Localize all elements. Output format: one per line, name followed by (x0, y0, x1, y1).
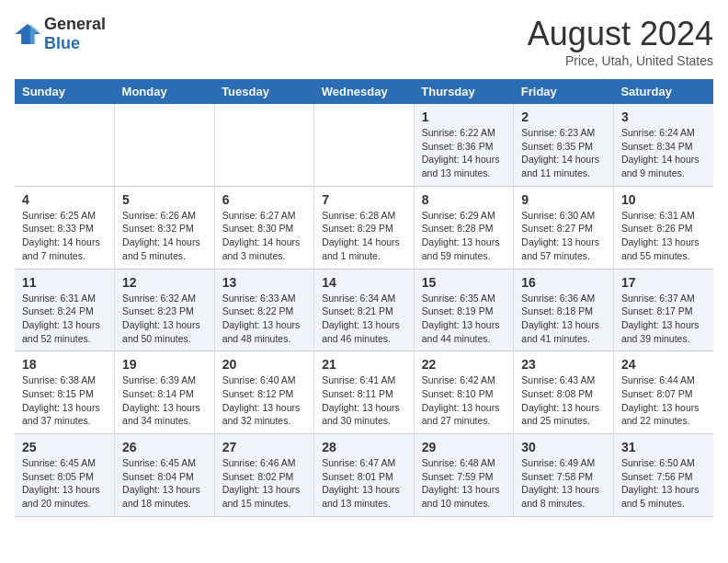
day-info: Sunrise: 6:25 AM Sunset: 8:33 PM Dayligh… (22, 209, 107, 263)
day-number: 24 (621, 357, 706, 372)
day-number: 1 (422, 109, 506, 124)
day-info: Sunrise: 6:33 AM Sunset: 8:22 PM Dayligh… (222, 292, 307, 346)
day-info: Sunrise: 6:46 AM Sunset: 8:02 PM Dayligh… (222, 456, 307, 511)
day-number: 14 (322, 275, 406, 290)
day-info: Sunrise: 6:44 AM Sunset: 8:07 PM Dayligh… (621, 373, 706, 428)
day-info: Sunrise: 6:31 AM Sunset: 8:26 PM Dayligh… (621, 209, 706, 263)
day-header-friday: Friday (514, 79, 614, 104)
day-number: 13 (222, 275, 307, 290)
day-info: Sunrise: 6:41 AM Sunset: 8:11 PM Dayligh… (322, 373, 406, 428)
day-number: 15 (422, 275, 506, 290)
calendar-cell: 1Sunrise: 6:22 AM Sunset: 8:36 PM Daylig… (414, 104, 514, 186)
day-info: Sunrise: 6:31 AM Sunset: 8:24 PM Dayligh… (22, 292, 107, 346)
day-header-saturday: Saturday (613, 79, 713, 104)
day-number: 11 (22, 275, 107, 290)
day-number: 28 (322, 440, 406, 454)
day-number: 30 (521, 440, 606, 454)
calendar-cell: 13Sunrise: 6:33 AM Sunset: 8:22 PM Dayli… (214, 269, 314, 351)
calendar-cell: 23Sunrise: 6:43 AM Sunset: 8:08 PM Dayli… (514, 351, 614, 434)
logo-general: General (44, 15, 106, 33)
day-number: 27 (222, 440, 307, 454)
calendar-cell: 9Sunrise: 6:30 AM Sunset: 8:27 PM Daylig… (514, 186, 614, 269)
day-info: Sunrise: 6:42 AM Sunset: 8:10 PM Dayligh… (422, 373, 506, 428)
day-number: 25 (22, 440, 107, 454)
calendar-cell: 11Sunrise: 6:31 AM Sunset: 8:24 PM Dayli… (15, 269, 115, 351)
day-number: 7 (322, 192, 406, 207)
calendar-cell: 20Sunrise: 6:40 AM Sunset: 8:12 PM Dayli… (214, 351, 314, 434)
day-header-monday: Monday (115, 79, 215, 104)
day-number: 2 (521, 109, 606, 124)
day-info: Sunrise: 6:40 AM Sunset: 8:12 PM Dayligh… (222, 373, 307, 428)
calendar-cell: 7Sunrise: 6:28 AM Sunset: 8:29 PM Daylig… (314, 186, 415, 269)
location: Price, Utah, United States (528, 53, 713, 68)
day-info: Sunrise: 6:28 AM Sunset: 8:29 PM Dayligh… (322, 209, 406, 263)
calendar-cell (314, 104, 415, 186)
day-header-sunday: Sunday (15, 79, 115, 104)
day-info: Sunrise: 6:29 AM Sunset: 8:28 PM Dayligh… (422, 209, 506, 263)
calendar-header-row: SundayMondayTuesdayWednesdayThursdayFrid… (15, 79, 713, 104)
calendar-cell: 30Sunrise: 6:49 AM Sunset: 7:58 PM Dayli… (514, 434, 614, 517)
calendar-cell: 15Sunrise: 6:35 AM Sunset: 8:19 PM Dayli… (414, 269, 514, 351)
calendar-cell: 19Sunrise: 6:39 AM Sunset: 8:14 PM Dayli… (115, 351, 215, 434)
calendar-cell: 12Sunrise: 6:32 AM Sunset: 8:23 PM Dayli… (115, 269, 215, 351)
day-info: Sunrise: 6:47 AM Sunset: 8:01 PM Dayligh… (322, 456, 406, 511)
calendar-table: SundayMondayTuesdayWednesdayThursdayFrid… (15, 79, 713, 517)
calendar-cell: 21Sunrise: 6:41 AM Sunset: 8:11 PM Dayli… (314, 351, 415, 434)
day-info: Sunrise: 6:49 AM Sunset: 7:58 PM Dayligh… (521, 456, 606, 511)
calendar-cell: 28Sunrise: 6:47 AM Sunset: 8:01 PM Dayli… (314, 434, 415, 517)
day-number: 31 (621, 440, 706, 454)
day-info: Sunrise: 6:43 AM Sunset: 8:08 PM Dayligh… (521, 373, 606, 428)
calendar-week-row: 25Sunrise: 6:45 AM Sunset: 8:05 PM Dayli… (15, 434, 713, 517)
day-header-thursday: Thursday (414, 79, 514, 104)
day-number: 18 (22, 357, 107, 372)
svg-marker-0 (15, 24, 40, 44)
calendar-cell: 24Sunrise: 6:44 AM Sunset: 8:07 PM Dayli… (613, 351, 713, 434)
calendar-cell: 18Sunrise: 6:38 AM Sunset: 8:15 PM Dayli… (15, 351, 115, 434)
calendar-cell: 16Sunrise: 6:36 AM Sunset: 8:18 PM Dayli… (514, 269, 614, 351)
day-number: 23 (521, 357, 606, 372)
day-number: 12 (122, 275, 207, 290)
calendar-week-row: 11Sunrise: 6:31 AM Sunset: 8:24 PM Dayli… (15, 269, 713, 351)
page-header: General Blue August 2024 Price, Utah, Un… (15, 15, 713, 68)
calendar-cell: 31Sunrise: 6:50 AM Sunset: 7:56 PM Dayli… (613, 434, 713, 517)
day-header-wednesday: Wednesday (314, 79, 415, 104)
day-info: Sunrise: 6:34 AM Sunset: 8:21 PM Dayligh… (322, 292, 406, 346)
calendar-cell: 25Sunrise: 6:45 AM Sunset: 8:05 PM Dayli… (15, 434, 115, 517)
calendar-cell: 29Sunrise: 6:48 AM Sunset: 7:59 PM Dayli… (414, 434, 514, 517)
day-number: 17 (621, 275, 706, 290)
day-info: Sunrise: 6:38 AM Sunset: 8:15 PM Dayligh… (22, 373, 107, 428)
day-info: Sunrise: 6:32 AM Sunset: 8:23 PM Dayligh… (122, 292, 207, 346)
day-number: 9 (521, 192, 606, 207)
day-number: 22 (422, 357, 506, 372)
day-info: Sunrise: 6:35 AM Sunset: 8:19 PM Dayligh… (422, 292, 506, 346)
day-info: Sunrise: 6:23 AM Sunset: 8:35 PM Dayligh… (521, 126, 606, 180)
calendar-cell: 5Sunrise: 6:26 AM Sunset: 8:32 PM Daylig… (115, 186, 215, 269)
day-number: 10 (621, 192, 706, 207)
calendar-cell: 8Sunrise: 6:29 AM Sunset: 8:28 PM Daylig… (414, 186, 514, 269)
day-info: Sunrise: 6:26 AM Sunset: 8:32 PM Dayligh… (122, 209, 207, 263)
calendar-week-row: 18Sunrise: 6:38 AM Sunset: 8:15 PM Dayli… (15, 351, 713, 434)
title-block: August 2024 Price, Utah, United States (528, 15, 713, 68)
calendar-cell: 26Sunrise: 6:45 AM Sunset: 8:04 PM Dayli… (115, 434, 215, 517)
day-number: 19 (122, 357, 207, 372)
day-info: Sunrise: 6:37 AM Sunset: 8:17 PM Dayligh… (621, 292, 706, 346)
day-info: Sunrise: 6:24 AM Sunset: 8:34 PM Dayligh… (621, 126, 706, 180)
calendar-cell: 10Sunrise: 6:31 AM Sunset: 8:26 PM Dayli… (613, 186, 713, 269)
day-number: 6 (222, 192, 307, 207)
calendar-cell (214, 104, 314, 186)
day-info: Sunrise: 6:30 AM Sunset: 8:27 PM Dayligh… (521, 209, 606, 263)
calendar-cell: 17Sunrise: 6:37 AM Sunset: 8:17 PM Dayli… (613, 269, 713, 351)
day-info: Sunrise: 6:39 AM Sunset: 8:14 PM Dayligh… (122, 373, 207, 428)
day-number: 20 (222, 357, 307, 372)
logo-blue: Blue (44, 34, 80, 52)
day-info: Sunrise: 6:36 AM Sunset: 8:18 PM Dayligh… (521, 292, 606, 346)
calendar-cell (15, 104, 115, 186)
day-number: 5 (122, 192, 207, 207)
month-title: August 2024 (528, 15, 713, 53)
day-header-tuesday: Tuesday (214, 79, 314, 104)
calendar-cell: 4Sunrise: 6:25 AM Sunset: 8:33 PM Daylig… (15, 186, 115, 269)
calendar-cell: 6Sunrise: 6:27 AM Sunset: 8:30 PM Daylig… (214, 186, 314, 269)
day-number: 21 (322, 357, 406, 372)
day-number: 16 (521, 275, 606, 290)
calendar-cell: 14Sunrise: 6:34 AM Sunset: 8:21 PM Dayli… (314, 269, 415, 351)
